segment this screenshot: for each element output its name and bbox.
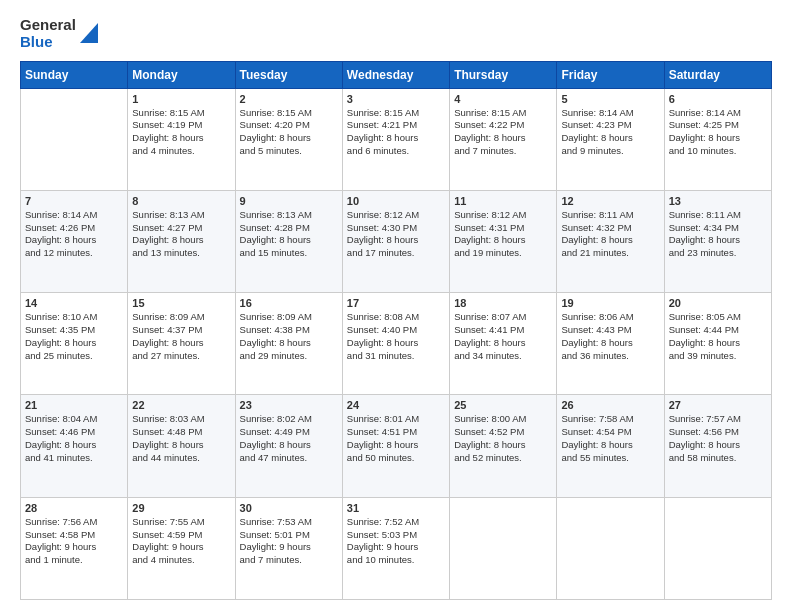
cell-info-line: Sunset: 4:49 PM bbox=[240, 426, 338, 439]
logo: General Blue bbox=[20, 16, 98, 51]
calendar-table: SundayMondayTuesdayWednesdayThursdayFrid… bbox=[20, 61, 772, 601]
cell-info-line: and 29 minutes. bbox=[240, 350, 338, 363]
day-number: 14 bbox=[25, 297, 123, 309]
day-number: 17 bbox=[347, 297, 445, 309]
calendar-cell: 21Sunrise: 8:04 AMSunset: 4:46 PMDayligh… bbox=[21, 395, 128, 497]
cell-info-line: Sunset: 4:56 PM bbox=[669, 426, 767, 439]
cell-info-line: and 58 minutes. bbox=[669, 452, 767, 465]
cell-info-line: and 10 minutes. bbox=[347, 554, 445, 567]
logo-triangle-icon bbox=[80, 23, 98, 43]
cell-info-line: and 34 minutes. bbox=[454, 350, 552, 363]
calendar-cell: 31Sunrise: 7:52 AMSunset: 5:03 PMDayligh… bbox=[342, 497, 449, 599]
cell-info-line: Sunrise: 8:14 AM bbox=[669, 107, 767, 120]
calendar-cell: 29Sunrise: 7:55 AMSunset: 4:59 PMDayligh… bbox=[128, 497, 235, 599]
cell-info-line: Daylight: 8 hours bbox=[240, 439, 338, 452]
cell-info-line: Sunset: 4:20 PM bbox=[240, 119, 338, 132]
cell-info-line: Sunset: 4:27 PM bbox=[132, 222, 230, 235]
day-number: 24 bbox=[347, 399, 445, 411]
cell-info-line: Sunrise: 7:56 AM bbox=[25, 516, 123, 529]
cell-info-line: and 19 minutes. bbox=[454, 247, 552, 260]
day-number: 2 bbox=[240, 93, 338, 105]
cell-info-line: Sunset: 4:44 PM bbox=[669, 324, 767, 337]
day-number: 4 bbox=[454, 93, 552, 105]
cell-info-line: Daylight: 8 hours bbox=[132, 234, 230, 247]
day-number: 26 bbox=[561, 399, 659, 411]
cell-info-line: Daylight: 8 hours bbox=[240, 337, 338, 350]
cell-info-line: Sunrise: 8:00 AM bbox=[454, 413, 552, 426]
calendar-cell: 28Sunrise: 7:56 AMSunset: 4:58 PMDayligh… bbox=[21, 497, 128, 599]
cell-info-line: and 55 minutes. bbox=[561, 452, 659, 465]
cell-info-line: Sunrise: 8:07 AM bbox=[454, 311, 552, 324]
logo-blue: Blue bbox=[20, 33, 76, 50]
cell-info-line: Daylight: 8 hours bbox=[454, 132, 552, 145]
cell-info-line: Sunset: 4:38 PM bbox=[240, 324, 338, 337]
cell-info-line: Daylight: 8 hours bbox=[132, 337, 230, 350]
cell-info-line: Daylight: 9 hours bbox=[240, 541, 338, 554]
cell-info-line: Daylight: 8 hours bbox=[347, 337, 445, 350]
calendar-cell: 30Sunrise: 7:53 AMSunset: 5:01 PMDayligh… bbox=[235, 497, 342, 599]
page: General Blue SundayMondayTuesdayWednesda… bbox=[0, 0, 792, 612]
cell-info-line: and 39 minutes. bbox=[669, 350, 767, 363]
day-number: 21 bbox=[25, 399, 123, 411]
cell-info-line: and 31 minutes. bbox=[347, 350, 445, 363]
cell-info-line: and 4 minutes. bbox=[132, 145, 230, 158]
cell-info-line: Sunset: 4:51 PM bbox=[347, 426, 445, 439]
cell-info-line: Sunset: 4:25 PM bbox=[669, 119, 767, 132]
cell-info-line: Sunrise: 8:12 AM bbox=[347, 209, 445, 222]
weekday-header: Wednesday bbox=[342, 61, 449, 88]
cell-info-line: Sunrise: 8:13 AM bbox=[132, 209, 230, 222]
svg-marker-0 bbox=[80, 23, 98, 43]
calendar-week-row: 14Sunrise: 8:10 AMSunset: 4:35 PMDayligh… bbox=[21, 293, 772, 395]
day-number: 5 bbox=[561, 93, 659, 105]
weekday-header: Friday bbox=[557, 61, 664, 88]
cell-info-line: Sunrise: 8:08 AM bbox=[347, 311, 445, 324]
cell-info-line: Sunrise: 8:12 AM bbox=[454, 209, 552, 222]
calendar-week-row: 1Sunrise: 8:15 AMSunset: 4:19 PMDaylight… bbox=[21, 88, 772, 190]
cell-info-line: Sunset: 4:22 PM bbox=[454, 119, 552, 132]
cell-info-line: Daylight: 8 hours bbox=[240, 234, 338, 247]
calendar-cell: 17Sunrise: 8:08 AMSunset: 4:40 PMDayligh… bbox=[342, 293, 449, 395]
cell-info-line: Daylight: 8 hours bbox=[669, 132, 767, 145]
cell-info-line: Sunrise: 8:11 AM bbox=[669, 209, 767, 222]
calendar-cell bbox=[557, 497, 664, 599]
cell-info-line: and 9 minutes. bbox=[561, 145, 659, 158]
cell-info-line: Sunrise: 7:57 AM bbox=[669, 413, 767, 426]
cell-info-line: Daylight: 8 hours bbox=[454, 337, 552, 350]
cell-info-line: Sunrise: 8:15 AM bbox=[132, 107, 230, 120]
cell-info-line: Sunrise: 8:11 AM bbox=[561, 209, 659, 222]
cell-info-line: Sunrise: 8:10 AM bbox=[25, 311, 123, 324]
cell-info-line: Sunset: 5:03 PM bbox=[347, 529, 445, 542]
day-number: 22 bbox=[132, 399, 230, 411]
calendar-cell: 3Sunrise: 8:15 AMSunset: 4:21 PMDaylight… bbox=[342, 88, 449, 190]
calendar-cell: 10Sunrise: 8:12 AMSunset: 4:30 PMDayligh… bbox=[342, 190, 449, 292]
calendar-cell: 19Sunrise: 8:06 AMSunset: 4:43 PMDayligh… bbox=[557, 293, 664, 395]
calendar-cell: 25Sunrise: 8:00 AMSunset: 4:52 PMDayligh… bbox=[450, 395, 557, 497]
cell-info-line: Sunset: 4:59 PM bbox=[132, 529, 230, 542]
cell-info-line: and 36 minutes. bbox=[561, 350, 659, 363]
cell-info-line: Sunrise: 8:14 AM bbox=[25, 209, 123, 222]
cell-info-line: Sunset: 4:58 PM bbox=[25, 529, 123, 542]
cell-info-line: Sunrise: 8:05 AM bbox=[669, 311, 767, 324]
cell-info-line: Sunrise: 8:04 AM bbox=[25, 413, 123, 426]
calendar-cell: 15Sunrise: 8:09 AMSunset: 4:37 PMDayligh… bbox=[128, 293, 235, 395]
day-number: 16 bbox=[240, 297, 338, 309]
day-number: 15 bbox=[132, 297, 230, 309]
calendar-header-row: SundayMondayTuesdayWednesdayThursdayFrid… bbox=[21, 61, 772, 88]
cell-info-line: Daylight: 8 hours bbox=[669, 337, 767, 350]
calendar-cell: 4Sunrise: 8:15 AMSunset: 4:22 PMDaylight… bbox=[450, 88, 557, 190]
cell-info-line: Daylight: 8 hours bbox=[561, 337, 659, 350]
cell-info-line: Sunset: 5:01 PM bbox=[240, 529, 338, 542]
cell-info-line: Daylight: 8 hours bbox=[347, 234, 445, 247]
cell-info-line: Sunrise: 8:14 AM bbox=[561, 107, 659, 120]
calendar-cell bbox=[21, 88, 128, 190]
cell-info-line: Sunset: 4:41 PM bbox=[454, 324, 552, 337]
cell-info-line: Sunrise: 8:15 AM bbox=[240, 107, 338, 120]
calendar-cell: 20Sunrise: 8:05 AMSunset: 4:44 PMDayligh… bbox=[664, 293, 771, 395]
calendar-cell: 23Sunrise: 8:02 AMSunset: 4:49 PMDayligh… bbox=[235, 395, 342, 497]
cell-info-line: Daylight: 8 hours bbox=[561, 132, 659, 145]
day-number: 25 bbox=[454, 399, 552, 411]
cell-info-line: Daylight: 8 hours bbox=[132, 132, 230, 145]
cell-info-line: Sunset: 4:28 PM bbox=[240, 222, 338, 235]
cell-info-line: Sunset: 4:37 PM bbox=[132, 324, 230, 337]
cell-info-line: Daylight: 9 hours bbox=[347, 541, 445, 554]
